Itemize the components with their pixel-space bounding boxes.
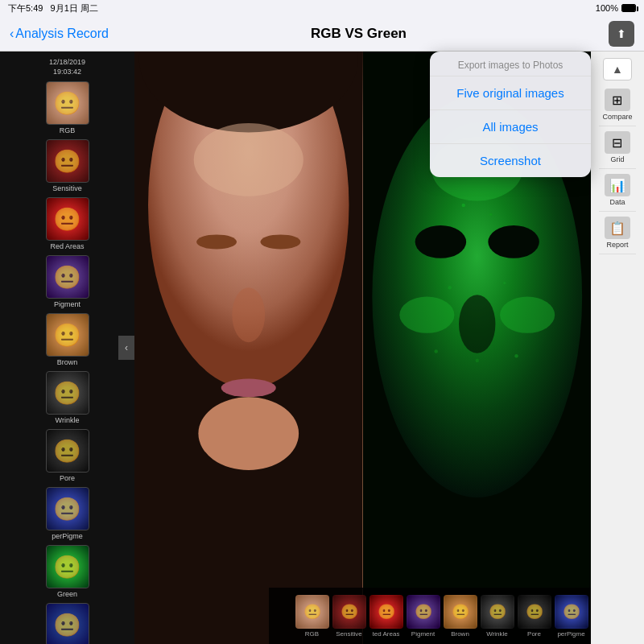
svg-point-7: [221, 379, 276, 398]
face-icon: 😐: [408, 597, 439, 627]
bottom-thumb-label: Wrinkle: [486, 630, 508, 638]
bottom-thumb-image: 😐: [369, 595, 403, 629]
sidebar-thumb-image: 😐: [46, 197, 89, 241]
face-icon: 😐: [47, 82, 89, 124]
chevron-left-icon: ‹: [10, 27, 14, 41]
sidebar-item-sensitive[interactable]: 😐 Sensitive: [44, 139, 91, 192]
face-icon: 😐: [297, 597, 328, 627]
sidebar-item-brown[interactable]: 😐 Brown: [44, 313, 91, 366]
svg-point-13: [459, 295, 495, 353]
face-icon: 😐: [47, 546, 89, 588]
sidebar-item-wrinkle[interactable]: 😐 Wrinkle: [44, 371, 91, 424]
bottom-thumbs-container: 😐 RGB 😐 Sensitive 😐 ted Areas 😐 Pigment …: [295, 595, 592, 638]
sidebar-item-rgb[interactable]: 😐 RGB: [44, 81, 91, 134]
sidebar-thumb-image: 😐: [46, 313, 89, 357]
right-tool-compare[interactable]: ⊞ Compare: [599, 84, 635, 126]
bottom-thumb-perpigme[interactable]: 😐 perPigme: [555, 595, 588, 638]
bottom-thumbnail-strip: 😐 RGB 😐 Sensitive 😐 ted Areas 😐 Pigment …: [269, 588, 591, 644]
sidebar-item-pigment[interactable]: 😐 Pigment: [44, 255, 91, 308]
bottom-thumb-label: Pore: [527, 630, 541, 638]
sidebar-item-red-areas[interactable]: 😐 Red Areas: [44, 197, 91, 250]
dropdown-header: Export images to Photos: [430, 52, 591, 76]
bottom-thumb-image: 😐: [332, 595, 366, 629]
svg-point-12: [488, 225, 539, 258]
tool-label: Grid: [610, 155, 624, 163]
bottom-thumb-image: 😐: [407, 595, 440, 629]
tool-icon: 📊: [605, 174, 630, 196]
bottom-thumb-pore[interactable]: 😐 Pore: [518, 595, 551, 638]
sidebar-thumb-image: 😐: [46, 81, 89, 125]
left-sidebar: ‹ 12/18/201919:03:42 😐 RGB 😐 Sensitive 😐…: [0, 52, 134, 644]
sidebar-collapse-button[interactable]: ‹: [118, 336, 134, 360]
bottom-thumb-image: 😐: [555, 595, 588, 629]
right-tool-report[interactable]: 📋 Report: [599, 212, 635, 254]
bottom-thumb-label: ted Areas: [373, 630, 400, 638]
sidebar-thumb-image: 😐: [46, 603, 89, 644]
bottom-thumb-label: perPigme: [557, 630, 584, 638]
right-tool-grid[interactable]: ⊟ Grid: [599, 126, 635, 169]
svg-point-22: [434, 349, 438, 353]
sidebar-date: 12/18/201919:03:42: [49, 58, 85, 76]
battery-icon: [621, 4, 636, 12]
svg-point-3: [194, 123, 303, 196]
face-icon: 😐: [334, 597, 365, 627]
sidebar-thumb-label: Green: [57, 590, 77, 598]
sidebar-thumb-label: Brown: [57, 358, 78, 366]
sidebar-thumb-label: Sensitive: [52, 184, 82, 192]
svg-point-23: [514, 354, 518, 358]
status-bar: 下午5:49 9月1日 周二 100%: [0, 0, 644, 16]
face-icon: 😐: [47, 314, 89, 356]
status-time: 下午5:49 9月1日 周二: [8, 2, 98, 14]
sidebar-thumb-image: 😐: [46, 255, 89, 299]
face-icon: 😐: [445, 597, 476, 627]
sidebar-item-perpigme[interactable]: 😐 perPigme: [44, 487, 91, 540]
bottom-thumb-label: Pigment: [411, 630, 435, 638]
face-icon: 😐: [47, 198, 89, 240]
sidebar-item-pore[interactable]: 😐 Pore: [44, 429, 91, 482]
tool-icon: ⊞: [605, 89, 630, 111]
status-right: 100%: [596, 3, 636, 13]
bottom-thumb-rgb[interactable]: 😐 RGB: [295, 595, 329, 638]
share-icon: ⬆: [617, 27, 626, 40]
face-icon: 😐: [47, 430, 89, 472]
bottom-thumb-ted-areas[interactable]: 😐 ted Areas: [369, 595, 403, 638]
sidebar-thumb-label: RGB: [60, 126, 76, 134]
face-icon: 😐: [47, 488, 89, 530]
tool-label: Data: [609, 198, 625, 206]
right-tools-container: ⊞ Compare ⊟ Grid 📊 Data 📋 Report: [599, 84, 635, 254]
bottom-thumb-sensitive[interactable]: 😐 Sensitive: [332, 595, 366, 638]
face-icon: 😐: [47, 604, 89, 644]
sidebar-item-green[interactable]: 😐 Green: [44, 545, 91, 598]
bottom-thumb-brown[interactable]: 😐 Brown: [444, 595, 477, 638]
sidebar-item-acne[interactable]: 😐 Acne: [44, 603, 91, 644]
bottom-thumb-label: Brown: [451, 630, 469, 638]
dropdown-item-all-images[interactable]: All images: [430, 110, 591, 144]
face-icon: 😐: [556, 597, 587, 627]
bottom-thumb-wrinkle[interactable]: 😐 Wrinkle: [481, 595, 514, 638]
face-icon: 😐: [47, 256, 89, 298]
dropdown-item-screenshot[interactable]: Screenshot: [430, 144, 591, 177]
bottom-thumb-pigment[interactable]: 😐 Pigment: [407, 595, 440, 638]
bottom-thumb-label: Sensitive: [336, 630, 361, 638]
face-rgb-view: [134, 52, 363, 644]
export-button[interactable]: ⬆: [609, 21, 634, 47]
sidebar-thumb-label: Pigment: [54, 300, 80, 308]
back-button[interactable]: ‹ Analysis Record: [10, 27, 109, 41]
svg-point-11: [415, 225, 466, 258]
right-tool-data[interactable]: 📊 Data: [599, 169, 635, 212]
svg-point-17: [461, 204, 465, 208]
svg-point-8: [198, 397, 299, 470]
back-label: Analysis Record: [15, 27, 109, 41]
sidebar-thumb-label: Wrinkle: [56, 416, 80, 424]
bottom-thumb-image: 😐: [444, 595, 477, 629]
dropdown-item-five-original-images[interactable]: Five original images: [430, 76, 591, 110]
tool-icon: ⊟: [605, 131, 630, 154]
nav-title: RGB VS Green: [311, 26, 407, 42]
svg-point-15: [399, 296, 454, 332]
sidebar-thumb-label: perPigme: [52, 532, 83, 540]
scroll-up-button[interactable]: ▲: [603, 58, 632, 80]
dropdown-items-container: Five original imagesAll imagesScreenshot: [430, 76, 591, 177]
tool-label: Compare: [602, 113, 632, 121]
tool-icon: 📋: [605, 217, 630, 239]
svg-point-18: [489, 213, 492, 216]
